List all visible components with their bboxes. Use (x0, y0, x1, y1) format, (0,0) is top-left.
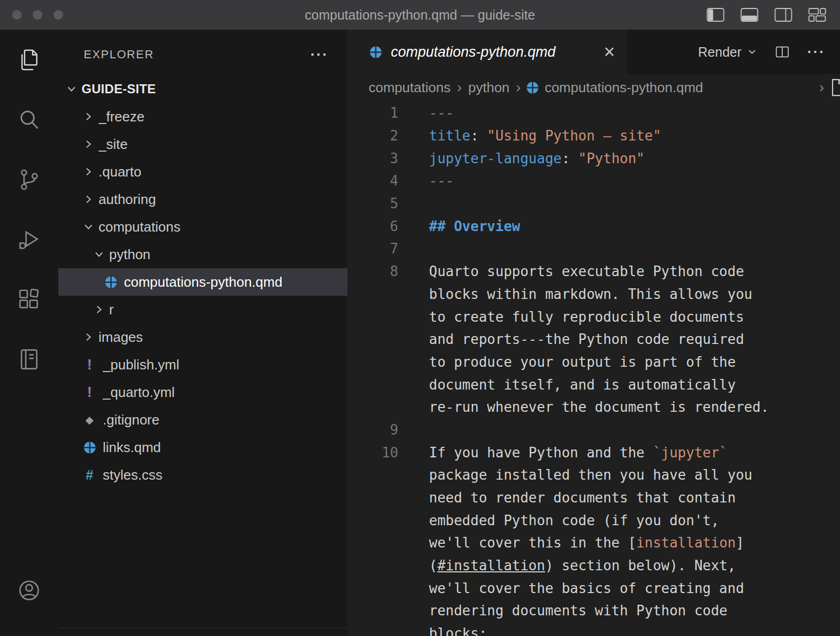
code-line[interactable]: 4--- (347, 170, 840, 192)
code-line[interactable]: need to render documents that contain (347, 487, 840, 509)
tree-item-label: python (109, 246, 150, 263)
window-controls (0, 10, 63, 20)
breadcrumb-item[interactable]: computations (369, 80, 451, 96)
code-line[interactable]: 3jupyter-language: "Python" (347, 147, 840, 170)
code-line[interactable]: embedded Python code (if you don't, (347, 509, 840, 532)
code-line[interactable]: package installed then you have all you (347, 464, 840, 487)
outline-section-header[interactable]: OUTLINE (58, 628, 347, 636)
chevron-down-icon[interactable] (93, 249, 109, 260)
chevron-right-icon: › (516, 79, 521, 96)
tree-file-links.qmd[interactable]: links.qmd (58, 434, 347, 461)
code-editor[interactable]: 1---2title: "Using Python — site"3jupyte… (347, 101, 840, 636)
line-number: 4 (347, 173, 398, 189)
toggle-primary-sidebar-icon[interactable] (707, 7, 725, 22)
code-line[interactable]: 7 (347, 237, 840, 260)
tree-item-label: _quarto.yml (103, 384, 175, 401)
root-folder-label: GUIDE-SITE (82, 82, 156, 96)
source-control-icon[interactable] (0, 149, 58, 209)
editor-actions: Render ··· (698, 30, 840, 74)
tree-folder-.quarto[interactable]: .quarto (58, 158, 347, 186)
search-icon[interactable] (0, 90, 58, 149)
code-line[interactable]: 1--- (347, 102, 840, 125)
code-line[interactable]: to create fully reproducible documents (347, 305, 840, 328)
code-line[interactable]: rendering documents with Python code (347, 599, 840, 622)
tree-folder-_site[interactable]: _site (58, 130, 347, 158)
code-line[interactable]: 2title: "Using Python — site" (347, 125, 840, 147)
tree-folder-_freeze[interactable]: _freeze (58, 103, 347, 130)
code-line[interactable]: 8Quarto supports executable Python code (347, 260, 840, 283)
account-icon[interactable] (0, 575, 58, 606)
extensions-icon[interactable] (0, 269, 58, 329)
code-line[interactable]: to produce your output is part of the (347, 351, 840, 374)
code-line[interactable]: (#installation) section below). Next, (347, 554, 840, 577)
file-symbol-icon (829, 78, 840, 97)
code-text: to create fully reproducible documents (398, 309, 744, 325)
run-debug-icon[interactable] (0, 209, 58, 269)
titlebar-layout-controls (707, 7, 840, 22)
code-line[interactable]: 10If you have Python and the `jupyter` (347, 441, 840, 464)
code-text: If you have Python and the `jupyter` (398, 445, 728, 461)
notebook-icon[interactable] (0, 329, 58, 389)
code-line[interactable]: re-run whenever the document is rendered… (347, 396, 840, 419)
tree-root-guide-site[interactable]: GUIDE-SITE (58, 75, 347, 103)
editor-more-actions-icon[interactable]: ··· (807, 43, 825, 60)
code-line[interactable]: document itself, and is automatically (347, 373, 840, 396)
chevron-right-icon[interactable] (83, 111, 99, 122)
code-text: --- (398, 105, 454, 121)
customize-layout-icon[interactable] (808, 7, 826, 22)
line-number: 7 (347, 241, 398, 257)
breadcrumb-item[interactable]: computations-python.qmd (544, 80, 703, 96)
code-text: ## Overview (398, 218, 520, 234)
code-line[interactable]: 6## Overview (347, 215, 840, 237)
code-text: embedded Python code (if you don't, (398, 513, 719, 528)
chevron-right-icon[interactable] (83, 166, 99, 178)
tree-item-label: computations-python.qmd (124, 274, 282, 290)
tree-item-label: authoring (99, 191, 156, 208)
tree-file-styles.css[interactable]: #styles.css (58, 461, 347, 489)
toggle-secondary-sidebar-icon[interactable] (774, 7, 792, 22)
toggle-panel-icon[interactable] (740, 7, 758, 22)
tree-folder-authoring[interactable]: authoring (58, 186, 347, 213)
explorer-more-actions-icon[interactable]: ··· (310, 46, 328, 63)
code-line[interactable]: 9 (347, 419, 840, 441)
tree-folder-images[interactable]: images (58, 323, 347, 351)
tree-file-_publish.yml[interactable]: !_publish.yml (58, 351, 347, 378)
code-line[interactable]: blocks within markdown. This allows you (347, 283, 840, 306)
code-line[interactable]: we'll cover the basics of creating and (347, 577, 840, 599)
chevron-right-icon[interactable] (83, 193, 99, 205)
chevron-right-icon[interactable] (83, 138, 99, 150)
code-text: blocks: (398, 625, 487, 636)
code-text: document itself, and is automatically (398, 377, 736, 393)
tree-file-computations-python.qmd[interactable]: computations-python.qmd (58, 268, 347, 296)
render-label: Render (698, 45, 741, 60)
tree-item-label: _freeze (99, 109, 145, 125)
code-line[interactable]: 5 (347, 192, 840, 215)
code-line[interactable]: we'll cover this in the [installation] (347, 532, 840, 554)
tree-folder-r[interactable]: r (58, 296, 347, 323)
minimize-window-button[interactable] (33, 10, 42, 20)
chevron-down-icon[interactable] (83, 221, 99, 233)
chevron-down-icon[interactable] (66, 83, 82, 95)
chevron-right-icon[interactable] (93, 304, 109, 315)
quarto-file-icon (83, 441, 96, 454)
close-window-button[interactable] (12, 10, 22, 20)
tree-file-.gitignore[interactable]: ◆.gitignore (58, 406, 347, 434)
line-number: 9 (347, 422, 398, 438)
explorer-icon[interactable] (0, 30, 58, 90)
close-tab-icon[interactable]: × (604, 42, 615, 61)
tab-computations-python-qmd[interactable]: computations-python.qmd × (347, 30, 627, 74)
code-text: package installed then you have all you (398, 467, 752, 483)
zoom-window-button[interactable] (53, 10, 63, 20)
code-line[interactable]: blocks: (347, 622, 840, 636)
code-line[interactable]: and reports---the Python code required (347, 328, 840, 351)
chevron-right-icon[interactable] (83, 331, 99, 343)
editor-group: computations-python.qmd × Render ··· com… (347, 30, 840, 636)
code-text: we'll cover this in the [installation] (398, 535, 744, 551)
tree-folder-python[interactable]: python (58, 241, 347, 268)
render-button[interactable]: Render (698, 45, 757, 60)
chevron-down-icon (747, 47, 757, 57)
tree-folder-computations[interactable]: computations (58, 213, 347, 241)
split-editor-icon[interactable] (774, 44, 790, 60)
breadcrumb-item[interactable]: python (468, 80, 510, 96)
tree-file-_quarto.yml[interactable]: !_quarto.yml (58, 378, 347, 406)
